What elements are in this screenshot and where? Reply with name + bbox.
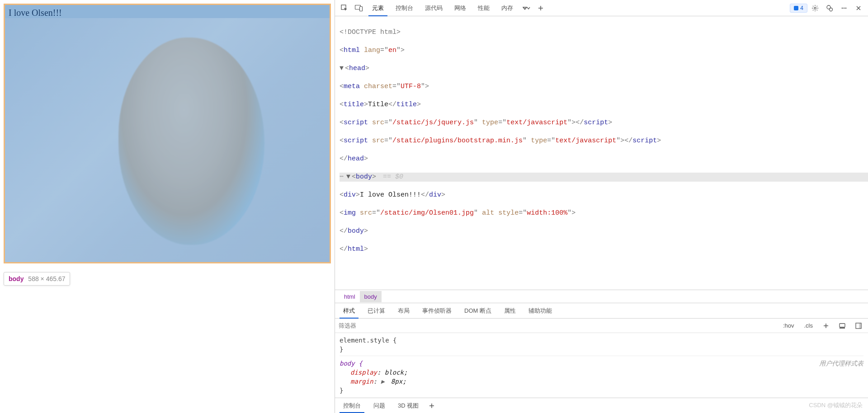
- styles-filter-input[interactable]: [339, 322, 776, 329]
- subtab-layout[interactable]: 布局: [392, 304, 415, 318]
- drawer-tab-console[interactable]: 控制台: [338, 399, 366, 413]
- svg-point-3: [814, 7, 816, 9]
- issues-badge[interactable]: 4: [790, 4, 807, 13]
- issues-count: 4: [800, 5, 803, 11]
- rule-source: 用户代理样式表: [819, 359, 863, 368]
- issue-icon: [794, 6, 798, 10]
- feedback-icon[interactable]: [823, 2, 836, 14]
- devtools-panel: 元素 控制台 源代码 网络 性能 内存 4: [335, 0, 868, 413]
- svg-rect-9: [840, 324, 845, 327]
- computed-toggle-icon[interactable]: [853, 320, 864, 331]
- page-preview[interactable]: I love Olsen!!! body 588 × 465.67: [0, 0, 335, 413]
- selected-node[interactable]: ⋯▼<body> == $0: [340, 173, 868, 182]
- watermark: CSDN @钺钺的花朵: [809, 401, 863, 409]
- devtools-tabbar: 元素 控制台 源代码 网络 性能 内存 4: [335, 0, 868, 16]
- styles-tabbar: 样式 已计算 布局 事件侦听器 DOM 断点 属性 辅助功能: [335, 303, 868, 319]
- svg-point-5: [830, 8, 833, 11]
- svg-rect-12: [859, 323, 861, 329]
- tooltip-dims: 588 × 465.67: [28, 275, 65, 282]
- page-image: [5, 18, 330, 262]
- svg-rect-10: [840, 328, 845, 329]
- styles-pane[interactable]: element.style { } 用户代理样式表 body { display…: [335, 333, 868, 398]
- svg-point-6: [842, 7, 843, 9]
- accessibility-icon[interactable]: [836, 320, 848, 331]
- page-text: I love Olsen!!!: [5, 5, 330, 18]
- crumb-html[interactable]: html: [340, 291, 360, 302]
- close-icon[interactable]: [852, 2, 865, 14]
- plus-icon[interactable]: [534, 2, 547, 14]
- tab-console[interactable]: 控制台: [390, 0, 419, 16]
- body-highlight: I love Olsen!!!: [4, 4, 331, 263]
- crumb-body[interactable]: body: [360, 291, 382, 302]
- new-style-icon[interactable]: [820, 320, 832, 331]
- device-icon[interactable]: [352, 2, 366, 14]
- subtab-props[interactable]: 属性: [499, 304, 521, 318]
- inspect-icon[interactable]: [338, 2, 351, 14]
- subtab-styles[interactable]: 样式: [338, 304, 360, 318]
- breadcrumb: html body: [335, 290, 868, 303]
- subtab-computed[interactable]: 已计算: [362, 304, 391, 318]
- tooltip-tag: body: [9, 275, 24, 282]
- element-tooltip: body 588 × 465.67: [4, 272, 70, 286]
- gear-icon[interactable]: [808, 2, 822, 14]
- tab-network[interactable]: 网络: [449, 0, 472, 16]
- styles-filter-row: :hov .cls: [335, 319, 868, 333]
- drawer-tab-issues[interactable]: 问题: [368, 399, 391, 413]
- tab-elements[interactable]: 元素: [367, 0, 389, 16]
- svg-point-8: [845, 7, 847, 9]
- subtab-a11y[interactable]: 辅助功能: [523, 304, 557, 318]
- svg-point-7: [844, 7, 845, 9]
- svg-rect-2: [360, 6, 363, 11]
- drawer-plus-icon[interactable]: [426, 400, 438, 411]
- kebab-icon[interactable]: [837, 2, 851, 14]
- more-tabs-icon[interactable]: [519, 2, 533, 14]
- hov-toggle[interactable]: :hov: [780, 321, 797, 330]
- drawer-tabbar: 控制台 问题 3D 视图: [335, 398, 868, 413]
- tab-memory[interactable]: 内存: [496, 0, 519, 16]
- subtab-listeners[interactable]: 事件侦听器: [417, 304, 457, 318]
- tab-sources[interactable]: 源代码: [420, 0, 448, 16]
- cls-toggle[interactable]: .cls: [802, 321, 816, 330]
- subtab-dom[interactable]: DOM 断点: [459, 304, 497, 318]
- tab-performance[interactable]: 性能: [472, 0, 495, 16]
- element-style-rule: element.style {: [340, 336, 863, 345]
- elements-tree[interactable]: <!DOCTYPE html> <html lang="en"> ▼<head>…: [335, 16, 868, 290]
- drawer-tab-3d[interactable]: 3D 视图: [392, 399, 424, 413]
